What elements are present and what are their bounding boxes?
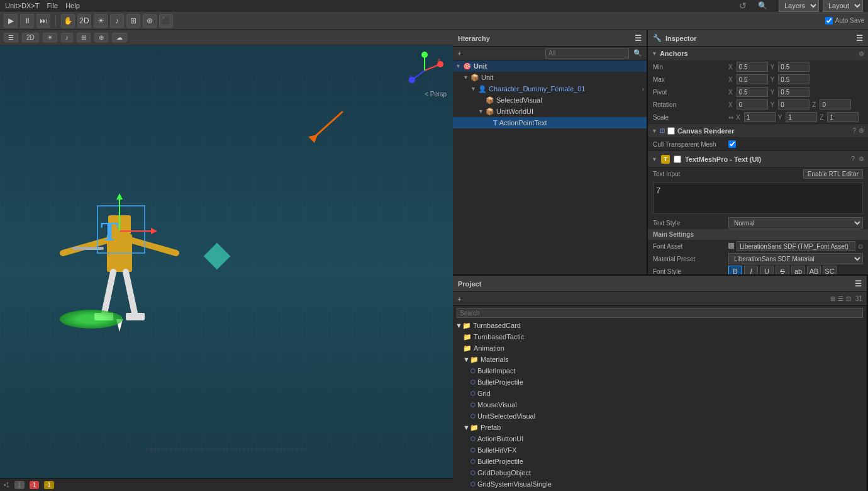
text-style-row: Text Style Normal bbox=[648, 217, 868, 229]
canvas-renderer-header[interactable]: ▼ ⊡ Canvas Renderer ? ⚙ bbox=[648, 124, 868, 138]
material-preset-dropdown[interactable]: LiberationSans SDF Material bbox=[728, 253, 863, 264]
scale-y[interactable] bbox=[786, 112, 817, 122]
project-item-prefab[interactable]: ▼ 📁 Prefab bbox=[453, 422, 867, 433]
tmp-header[interactable]: ▼ T TextMeshPro - Text (UI) ? ⚙ bbox=[648, 151, 868, 167]
view-button[interactable]: ⬛ bbox=[159, 14, 173, 28]
tmp-help[interactable]: ? bbox=[851, 155, 855, 162]
font-asset-input[interactable] bbox=[737, 241, 855, 251]
hierarchy-add[interactable]: + bbox=[455, 49, 463, 58]
project-item-bullet-impact[interactable]: ⬡ BulletImpact bbox=[453, 365, 867, 376]
text-input-area[interactable]: 7 bbox=[653, 183, 863, 214]
menu-help[interactable]: Help bbox=[65, 2, 80, 9]
project-item-turnbased-tactic[interactable]: 📁 TurnbasedTactic bbox=[453, 331, 867, 342]
sound-button[interactable]: ♪ bbox=[110, 14, 124, 28]
layers-dropdown[interactable]: Layers bbox=[779, 0, 819, 12]
viewport-overlay[interactable]: ☁ bbox=[112, 33, 127, 42]
canvas-renderer-help[interactable]: ? bbox=[852, 127, 856, 134]
project-title: Project bbox=[458, 280, 481, 288]
pivot-row: Pivot X Y bbox=[648, 86, 868, 98]
rotation-row: Rotation X Y Z bbox=[648, 98, 868, 111]
tree-item-unit[interactable]: ▼ 📦 Unit bbox=[453, 72, 647, 83]
viewport-gizmo[interactable]: ⊞ bbox=[77, 33, 91, 42]
font-asset-target[interactable]: ⊙ bbox=[858, 243, 863, 250]
inspector-menu-icon[interactable]: ☰ bbox=[856, 34, 863, 43]
project-item-grid[interactable]: ⬡ Grid bbox=[453, 388, 867, 399]
menu-file[interactable]: File bbox=[47, 2, 58, 9]
hand-tool[interactable]: ✋ bbox=[61, 14, 75, 28]
hierarchy-search-icon[interactable]: 🔍 bbox=[632, 48, 644, 58]
svg-text:Y: Y bbox=[423, 52, 426, 55]
font-style-strikethrough[interactable]: S bbox=[776, 266, 789, 274]
font-style-uppercase[interactable]: AB bbox=[807, 266, 821, 274]
layout-dropdown[interactable]: Layout bbox=[823, 0, 863, 12]
pivot-x[interactable] bbox=[737, 87, 768, 97]
hierarchy-menu-icon[interactable]: ☰ bbox=[635, 34, 642, 43]
viewport-2d[interactable]: 2D bbox=[22, 33, 39, 42]
tmp-enabled[interactable] bbox=[674, 155, 681, 163]
viewport-canvas: X Y Z < Persp bbox=[0, 45, 453, 491]
canvas-renderer-enabled[interactable] bbox=[667, 127, 675, 135]
font-style-buttons: B I U S ab AB SC bbox=[728, 266, 837, 274]
viewport-statusbar: •1 1 1 1 bbox=[0, 478, 453, 491]
light-button[interactable]: ☀ bbox=[94, 14, 108, 28]
tree-item-unit-root[interactable]: ▼ 🎯 Unit bbox=[453, 60, 647, 72]
project-search-input[interactable] bbox=[457, 308, 863, 318]
project-item-bullet-hit-vfx[interactable]: ⬡ BulletHitVFX bbox=[453, 444, 867, 456]
project-item-grid-debug[interactable]: ⬡ GridDebugObject bbox=[453, 467, 867, 478]
canvas-renderer-gear[interactable]: ⚙ bbox=[859, 127, 864, 134]
tree-item-unit-world-ui[interactable]: ▼ 📦 UnitWorldUI bbox=[453, 106, 647, 117]
viewport-audio[interactable]: ♪ bbox=[61, 33, 73, 42]
gizmo-button[interactable]: ⊞ bbox=[126, 14, 140, 28]
overlay-button[interactable]: ⊕ bbox=[143, 14, 157, 28]
anchors-header[interactable]: ▼ Anchors ⚙ bbox=[648, 47, 868, 60]
pause-button[interactable]: ⏸ bbox=[20, 14, 34, 28]
project-item-unit-selected-visual[interactable]: ⬡ UnitSelectedVisual bbox=[453, 410, 867, 422]
project-item-grid-system-visual[interactable]: ⬡ GridSystemVisualSingle bbox=[453, 478, 867, 490]
project-grid-icon: ☰ bbox=[838, 295, 843, 302]
hierarchy-toolbar: + 🔍 bbox=[453, 47, 647, 60]
font-style-smallcaps[interactable]: SC bbox=[823, 266, 837, 274]
viewport-stats[interactable]: ⊕ bbox=[94, 33, 108, 42]
viewport-light[interactable]: ☀ bbox=[43, 33, 57, 42]
viewport-settings[interactable]: ☰ bbox=[4, 33, 18, 42]
viewport-toolbar: ☰ 2D ☀ ♪ ⊞ ⊕ ☁ bbox=[0, 30, 453, 45]
project-item-action-button-ui[interactable]: ⬡ ActionButtonUI bbox=[453, 433, 867, 444]
rotation-y[interactable] bbox=[778, 99, 810, 110]
project-item-mouse-visual[interactable]: ⬡ MouseVisual bbox=[453, 399, 867, 410]
top-panels: Hierarchy ☰ + 🔍 ▼ 🎯 Unit bbox=[453, 30, 868, 276]
2d-button[interactable]: 2D bbox=[77, 14, 91, 28]
project-panel: Project ☰ + ⊞ ☰ ⊡ 31 bbox=[453, 276, 868, 491]
text-style-dropdown[interactable]: Normal bbox=[728, 217, 863, 229]
viewport: ☰ 2D ☀ ♪ ⊞ ⊕ ☁ X Y Z bbox=[0, 30, 453, 491]
tree-item-char-dummy[interactable]: ▼ 👤 Character_Dummy_Female_01 › bbox=[453, 83, 647, 94]
anchor-min-y[interactable] bbox=[778, 62, 810, 72]
hierarchy-search[interactable] bbox=[545, 48, 629, 59]
anchor-min-x[interactable] bbox=[737, 62, 768, 72]
rotation-z[interactable] bbox=[820, 99, 851, 110]
scale-z[interactable] bbox=[827, 112, 859, 122]
project-item-materials[interactable]: ▼ 📁 Materials bbox=[453, 354, 867, 365]
tmp-gear[interactable]: ⚙ bbox=[859, 155, 864, 162]
font-style-underline[interactable]: U bbox=[760, 266, 774, 274]
play-button[interactable]: ▶ bbox=[4, 14, 18, 28]
project-item-bullet-projectile[interactable]: ⬡ BulletProjectile bbox=[453, 376, 867, 388]
font-style-lowercase[interactable]: ab bbox=[791, 266, 805, 274]
rotation-x[interactable] bbox=[737, 99, 768, 110]
scale-x[interactable] bbox=[744, 112, 776, 122]
cull-transparent-checkbox[interactable] bbox=[728, 140, 736, 148]
font-style-bold[interactable]: B bbox=[728, 266, 742, 274]
project-menu-icon[interactable]: ☰ bbox=[855, 279, 862, 288]
project-item-turnbased-card[interactable]: ▼ 📁 TurnbasedCard bbox=[453, 320, 867, 331]
tree-item-action-point-text[interactable]: T ActionPointText bbox=[453, 117, 647, 128]
font-style-italic[interactable]: I bbox=[744, 266, 758, 274]
anchor-max-x[interactable] bbox=[737, 74, 768, 84]
project-item-animation[interactable]: 📁 Animation bbox=[453, 342, 867, 354]
anchor-max-y[interactable] bbox=[778, 74, 810, 84]
project-add[interactable]: + bbox=[455, 295, 463, 303]
autosave-checkbox[interactable] bbox=[825, 17, 833, 25]
enable-rtl-btn[interactable]: Enable RTL Editor bbox=[803, 169, 863, 179]
tree-item-selected-visual[interactable]: 📦 SelectedVisual bbox=[453, 94, 647, 106]
project-item-bullet-projectile2[interactable]: ⬡ BulletProjectile bbox=[453, 456, 867, 467]
step-button[interactable]: ⏭ bbox=[36, 14, 50, 28]
pivot-y[interactable] bbox=[778, 87, 810, 97]
